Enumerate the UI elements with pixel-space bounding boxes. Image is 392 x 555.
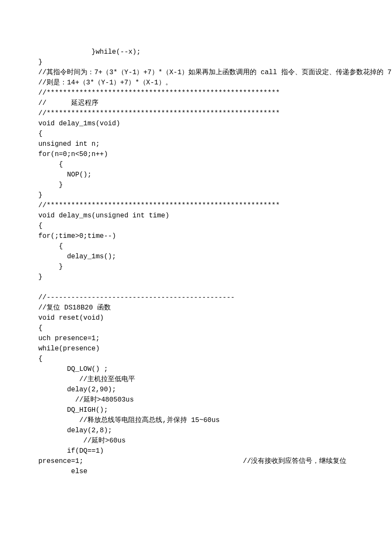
code-line: //复位 DS18B20 函数 <box>38 304 111 312</box>
code-line: { <box>38 355 43 363</box>
code-document: }while(--x); } //其指令时间为：7+（3*（Y-1）+7）*（X… <box>0 0 392 515</box>
code-line: //主机拉至低电平 <box>38 376 135 383</box>
code-line: //**************************************… <box>38 89 280 97</box>
code-line: //--------------------------------------… <box>38 294 235 301</box>
code-line: //释放总线等电阻拉高总线,并保持 15~60us <box>38 416 220 424</box>
code-line: void delay_ms(unsigned int time) <box>38 212 169 220</box>
code-line: //延时>60us <box>38 437 126 445</box>
code-line: //延时>480503us <box>38 396 134 404</box>
code-line: //其指令时间为：7+（3*（Y-1）+7）*（X-1）如果再加上函数调用的 c… <box>38 69 392 76</box>
code-line: } <box>38 181 63 189</box>
code-line: delay_1ms(); <box>38 253 116 260</box>
code-line: presence=1; //没有接收到应答信号，继续复位 <box>38 457 346 465</box>
code-line: void reset(void) <box>38 314 104 322</box>
code-line: delay(2,90); <box>38 386 116 393</box>
code-line: { <box>38 130 43 138</box>
code-line: { <box>38 222 43 230</box>
code-line: DQ_LOW() ; <box>38 365 108 373</box>
code-line: } <box>38 273 43 281</box>
code-line: for(;time>0;time--) <box>38 232 116 240</box>
code-line: for(n=0;n<50;n++) <box>38 150 108 158</box>
code-line: } <box>38 58 43 66</box>
code-line: { <box>38 324 43 332</box>
code-line: if(DQ==1) <box>38 447 104 455</box>
code-line: NOP(); <box>38 171 92 179</box>
code-line: delay(2,8); <box>38 427 112 434</box>
code-line: { <box>38 161 63 168</box>
code-line: } <box>38 191 43 199</box>
code-line: DQ_HIGH(); <box>38 406 108 414</box>
code-line: uch presence=1; <box>38 335 100 342</box>
code-line: else <box>38 468 87 475</box>
code-line: { <box>38 243 63 250</box>
code-line: } <box>38 263 63 271</box>
code-line: unsigned int n; <box>38 140 100 148</box>
code-line: //**************************************… <box>38 202 280 209</box>
code-line: //**************************************… <box>38 110 280 117</box>
code-line: //则是：14+（3*（Y-1）+7）*（X-1）。 <box>38 79 172 87</box>
code-line: }while(--x); <box>38 48 141 56</box>
code-line: // 延迟程序 <box>38 99 98 107</box>
code-line: void delay_1ms(void) <box>38 120 120 127</box>
code-line: while(presence) <box>38 345 100 353</box>
